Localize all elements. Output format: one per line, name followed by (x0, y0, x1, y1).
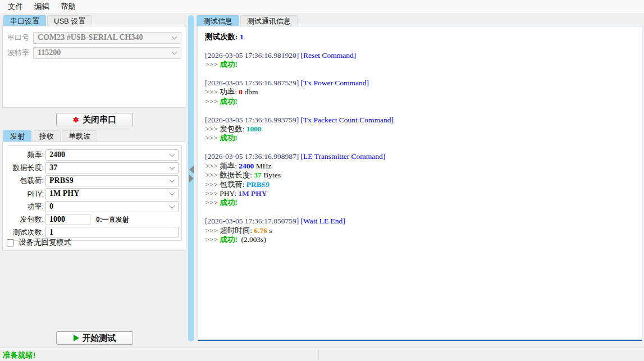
tab-transmit[interactable]: 发射 (3, 130, 31, 141)
no-reply-mode-checkbox[interactable] (7, 239, 14, 246)
menu-file[interactable]: 文件 (2, 1, 29, 13)
baud-rate-label: 波特率 (7, 48, 33, 58)
start-test-button[interactable]: 开始测试 (56, 331, 133, 345)
log-line: >>> 成功! (2.003s) (205, 235, 635, 244)
packet-count-input[interactable] (45, 214, 90, 225)
log-line: >>> 成功! (205, 198, 635, 207)
no-reply-mode-label: 设备无回复模式 (19, 237, 72, 248)
panel-splitter[interactable] (188, 15, 194, 341)
log-line: [2026-03-05 17:36:16.993759] [Tx Packect… (205, 116, 635, 125)
status-bar-separator (318, 350, 319, 360)
phy-label: PHY: (8, 190, 45, 198)
packet-count-hint: 0:一直发射 (96, 215, 129, 225)
log-tabstrip: 测试信息 测试通讯信息 (197, 15, 299, 26)
log-line: >>> PHY: 1M PHY (205, 189, 635, 198)
status-text: 准备就绪! (3, 350, 36, 360)
log-line: >>> 功率: 0 dbm (205, 88, 635, 97)
green-play-icon (74, 335, 79, 341)
menu-edit[interactable]: 编辑 (29, 1, 55, 13)
chevron-down-icon (172, 34, 177, 39)
log-line: >>> 成功! (205, 97, 635, 106)
tab-usb-settings[interactable]: USB 设置 (47, 15, 92, 26)
log-line: >>> 成功! (205, 134, 635, 143)
tab-single-carrier[interactable]: 单载波 (62, 130, 97, 141)
chevron-down-icon (170, 151, 175, 157)
log-line: [2026-03-05 17:36:16.998987] [LE Transmi… (205, 152, 635, 161)
tab-serial-settings[interactable]: 串口设置 (3, 15, 46, 26)
log-line: >>> 包载荷: PRBS9 (205, 180, 635, 189)
power-label: 功率: (8, 202, 45, 212)
status-bar: 准备就绪! (0, 348, 644, 361)
chevron-down-icon (170, 190, 175, 195)
chevron-down-icon (170, 203, 175, 208)
test-count-input[interactable] (45, 227, 179, 238)
settings-tabstrip: 串口设置 USB 设置 (3, 15, 93, 26)
chevron-down-icon (170, 164, 175, 170)
serial-port-label: 串口号 (7, 33, 33, 43)
tab-receive[interactable]: 接收 (33, 130, 61, 141)
serial-port-select[interactable]: COM23 #USB-SERIAL CH340 (33, 32, 181, 44)
log-line: 测试次数: 1 (205, 33, 635, 42)
tab-test-comm-info[interactable]: 测试通讯信息 (240, 15, 298, 26)
log-output[interactable]: 测试次数: 1 [2026-03-05 17:36:16.981920] [Re… (198, 26, 642, 341)
serial-settings-panel: 串口号 COM23 #USB-SERIAL CH340 波特率 115200 (2, 26, 186, 108)
test-count-label: 测试次数: (8, 227, 45, 237)
log-line (205, 106, 635, 115)
payload-label: 包载荷: (8, 176, 45, 186)
log-line (205, 42, 635, 51)
collapse-left-icon (189, 166, 194, 173)
packet-count-label: 发包数: (8, 214, 45, 225)
log-line: [2026-03-05 17:36:16.981920] [Reset Comm… (205, 51, 635, 60)
transmit-panel: 频率: 2400 数据长度: 37 包载荷: PRBS9 PHY: 1M PHY (2, 141, 186, 251)
baud-rate-select[interactable]: 115200 (33, 47, 181, 59)
frequency-select[interactable]: 2400 (45, 149, 179, 161)
phy-select[interactable]: 1M PHY (45, 188, 179, 199)
log-line: >>> 发包数: 1000 (205, 125, 635, 134)
log-line: >>> 成功! (205, 60, 635, 69)
payload-select[interactable]: PRBS9 (45, 175, 179, 186)
log-line: >>> 超时时间: 6.76 s (205, 226, 635, 235)
close-serial-port-button[interactable]: ✱ 关闭串口 (56, 113, 133, 126)
log-line (205, 143, 635, 152)
chevron-down-icon (170, 177, 175, 182)
menu-bar: 文件 编辑 帮助 (0, 0, 644, 13)
chevron-down-icon (172, 49, 177, 54)
mode-tabstrip: 发射 接收 单载波 (3, 130, 98, 141)
no-reply-mode-row: 设备无回复模式 (7, 237, 72, 248)
data-length-select[interactable]: 37 (45, 162, 179, 173)
transmit-form: 频率: 2400 数据长度: 37 包载荷: PRBS9 PHY: 1M PHY (7, 145, 182, 241)
tab-test-info[interactable]: 测试信息 (197, 15, 239, 26)
log-line (205, 208, 635, 217)
log-line: >>> 频率: 2400 MHz (205, 162, 635, 171)
red-star-icon: ✱ (73, 116, 79, 124)
log-line: >>> 数据长度: 37 Bytes (205, 171, 635, 180)
log-line (205, 70, 635, 79)
data-length-label: 数据长度: (8, 163, 45, 173)
log-line: [2026-03-05 17:36:17.050759] [Wait LE En… (205, 217, 635, 226)
frequency-label: 频率: (8, 150, 45, 160)
menu-help[interactable]: 帮助 (55, 1, 81, 13)
power-select[interactable]: 0 (45, 201, 179, 212)
collapse-right-icon (189, 175, 194, 182)
log-line: [2026-03-05 17:36:16.987529] [Tx Power C… (205, 79, 635, 88)
splitter-arrows[interactable] (189, 166, 194, 182)
